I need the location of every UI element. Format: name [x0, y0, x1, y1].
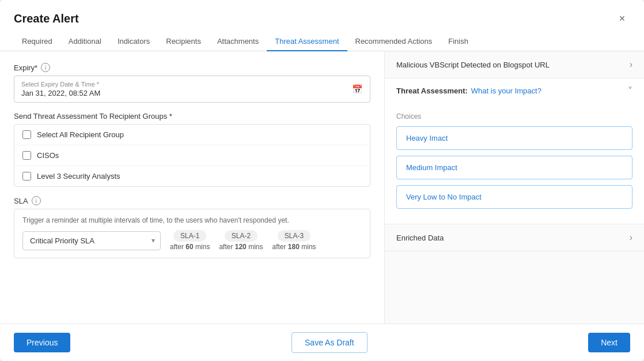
tab-indicators[interactable]: Indicators	[109, 32, 158, 51]
tab-additional[interactable]: Additional	[60, 32, 109, 51]
threat-assessment-question: What is your Impact?	[471, 87, 541, 95]
choice-heavy-impact[interactable]: Heavy Imact	[396, 126, 632, 150]
sla-container: Trigger a reminder at multiple intervals…	[14, 209, 370, 258]
threat-assessment-section: Threat Assessment: What is your Impact? …	[385, 78, 644, 224]
threat-assessment-chevron-down-icon: ˅	[628, 85, 632, 96]
modal-title: Create Alert	[14, 12, 79, 25]
tab-attachments[interactable]: Attachments	[209, 32, 267, 51]
sla-section: SLA i Trigger a reminder at multiple int…	[14, 196, 370, 258]
malicious-vbscript-section: Malicious VBScript Detected on Blogspot …	[385, 51, 644, 78]
recipient-groups-label: Send Threat Assessment To Recipient Grou…	[14, 112, 370, 121]
cisos-checkbox[interactable]	[22, 151, 31, 160]
sla-label: SLA i	[14, 196, 370, 205]
enriched-data-section: Enriched Data ›	[385, 224, 644, 251]
tab-finish[interactable]: Finish	[440, 32, 476, 51]
threat-assessment-header-left: Threat Assessment: What is your Impact?	[396, 87, 541, 95]
close-button[interactable]: ×	[614, 10, 630, 27]
sla-trigger-text: Trigger a reminder at multiple intervals…	[22, 216, 362, 224]
recipient-cisos[interactable]: CISOs	[14, 145, 370, 166]
enriched-data-row[interactable]: Enriched Data ›	[385, 224, 644, 251]
sla-select[interactable]: Critical Priority SLAHigh Priority SLAMe…	[22, 231, 161, 250]
expiry-label: Expiry* i	[14, 63, 370, 72]
enriched-data-chevron-right-icon: ›	[630, 232, 632, 243]
malicious-chevron-right-icon: ›	[630, 59, 632, 70]
expiry-field-label: Select Expiry Date & Time *	[21, 81, 363, 88]
sla-badge-2: SLA-2 after 120 mins	[219, 230, 263, 251]
expiry-section: Expiry* i Select Expiry Date & Time * Ja…	[14, 63, 370, 103]
left-panel: Expiry* i Select Expiry Date & Time * Ja…	[0, 51, 385, 324]
malicious-vbscript-row[interactable]: Malicious VBScript Detected on Blogspot …	[385, 51, 644, 78]
sla-select-wrapper: Critical Priority SLAHigh Priority SLAMe…	[22, 231, 161, 250]
save-as-draft-button[interactable]: Save As Draft	[291, 332, 368, 353]
choice-medium-impact[interactable]: Medium Impact	[396, 156, 632, 179]
right-panel: Malicious VBScript Detected on Blogspot …	[385, 51, 644, 324]
tab-threat-assessment[interactable]: Threat Assessment	[267, 32, 347, 51]
modal-body: Expiry* i Select Expiry Date & Time * Ja…	[0, 51, 644, 324]
calendar-icon: 📅	[352, 84, 363, 95]
tab-required[interactable]: Required	[14, 32, 60, 51]
tabs-nav: Required Additional Indicators Recipient…	[0, 27, 644, 51]
tab-recipients[interactable]: Recipients	[158, 32, 209, 51]
modal-header: Create Alert ×	[0, 0, 644, 27]
expiry-field-value: Jan 31, 2022, 08:52 AM	[21, 89, 363, 97]
tab-recommended-actions[interactable]: Recommended Actions	[347, 32, 441, 51]
threat-assessment-header[interactable]: Threat Assessment: What is your Impact? …	[385, 78, 644, 103]
recipient-level3[interactable]: Level 3 Security Analysts	[14, 166, 370, 186]
choices-label: Choices	[396, 112, 632, 121]
enriched-data-title: Enriched Data	[396, 234, 444, 242]
level3-checkbox[interactable]	[22, 172, 31, 180]
sla-info-icon[interactable]: i	[32, 196, 41, 205]
recipient-groups-list: Select All Recipient Group CISOs Level 3…	[14, 124, 370, 187]
footer: Previous Save As Draft Next	[0, 324, 644, 361]
create-alert-modal: Create Alert × Required Additional Indic…	[0, 0, 644, 361]
threat-assessment-expanded: Choices Heavy Imact Medium Impact Very L…	[385, 103, 644, 224]
sla-row: Critical Priority SLAHigh Priority SLAMe…	[22, 230, 362, 251]
expiry-info-icon[interactable]: i	[41, 63, 50, 72]
footer-center: Save As Draft	[70, 332, 588, 353]
next-button[interactable]: Next	[588, 333, 630, 352]
threat-assessment-label: Threat Assessment:	[396, 87, 468, 95]
select-all-checkbox[interactable]	[22, 130, 31, 139]
previous-button[interactable]: Previous	[14, 333, 70, 352]
sla-badge-1: SLA-1 after 60 mins	[170, 230, 210, 251]
recipient-select-all[interactable]: Select All Recipient Group	[14, 125, 370, 145]
malicious-vbscript-title: Malicious VBScript Detected on Blogspot …	[396, 61, 550, 69]
choice-very-low-impact[interactable]: Very Low to No Impact	[396, 185, 632, 209]
sla-badge-3: SLA-3 after 180 mins	[272, 230, 316, 251]
expiry-date-field[interactable]: Select Expiry Date & Time * Jan 31, 2022…	[14, 76, 370, 103]
recipient-groups-section: Send Threat Assessment To Recipient Grou…	[14, 112, 370, 187]
